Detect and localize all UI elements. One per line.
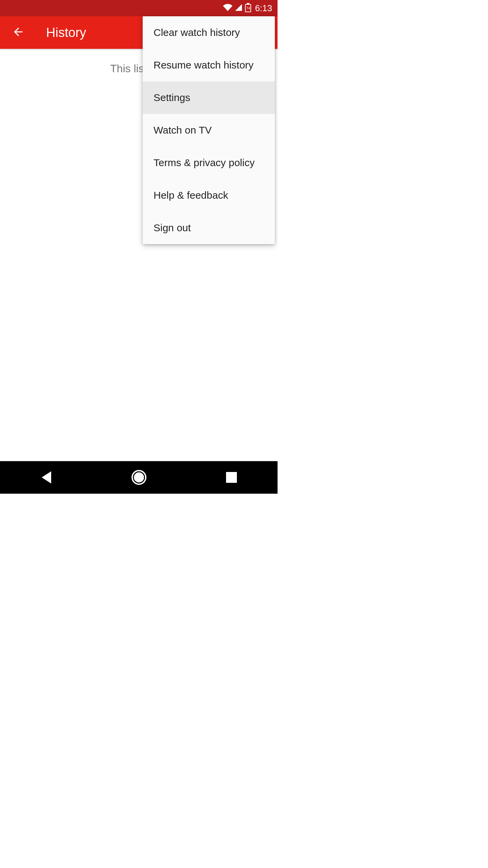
navigation-bar [0, 461, 278, 494]
menu-item-label: Help & feedback [154, 190, 228, 201]
menu-item-watch-on-tv[interactable]: Watch on TV [143, 114, 275, 146]
status-clock: 6:13 [255, 3, 272, 14]
menu-item-label: Settings [154, 92, 190, 103]
menu-item-resume-history[interactable]: Resume watch history [143, 49, 275, 81]
cell-signal-icon [235, 3, 243, 13]
triangle-left-icon [42, 471, 51, 484]
overflow-menu: Clear watch history Resume watch history… [143, 16, 275, 244]
status-bar: 74 6:13 [0, 0, 278, 16]
square-icon [226, 472, 237, 483]
arrow-left-icon [12, 25, 25, 40]
menu-item-sign-out[interactable]: Sign out [143, 212, 275, 244]
menu-item-label: Resume watch history [154, 59, 253, 71]
menu-item-clear-history[interactable]: Clear watch history [143, 16, 275, 49]
circle-icon [131, 470, 146, 485]
back-button[interactable] [11, 25, 26, 40]
menu-item-help-feedback[interactable]: Help & feedback [143, 179, 275, 212]
menu-item-label: Terms & privacy policy [154, 157, 255, 169]
battery-icon: 74 [245, 4, 251, 13]
menu-item-label: Watch on TV [154, 124, 212, 136]
menu-item-terms-privacy[interactable]: Terms & privacy policy [143, 146, 275, 179]
menu-item-settings[interactable]: Settings [143, 81, 275, 114]
nav-back-button[interactable] [29, 467, 63, 488]
nav-home-button[interactable] [122, 467, 156, 488]
menu-item-label: Clear watch history [154, 27, 240, 38]
page-title: History [46, 25, 86, 40]
menu-item-label: Sign out [154, 222, 191, 234]
wifi-icon [223, 3, 232, 14]
nav-recent-button[interactable] [215, 467, 248, 488]
battery-level: 74 [246, 6, 250, 10]
